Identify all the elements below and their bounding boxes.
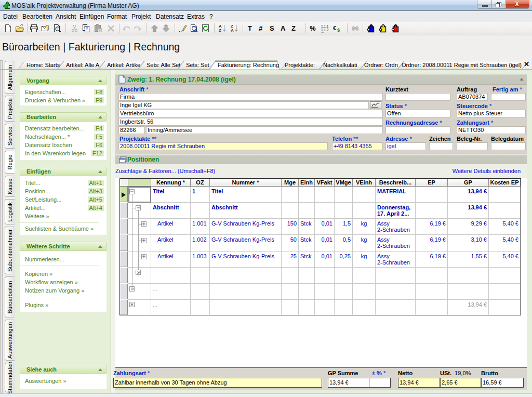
svg-text:$: $ [337, 28, 340, 33]
svg-text:Z: Z [219, 28, 221, 33]
svg-text:A: A [231, 28, 234, 33]
svg-text:1.1.2: 1.1.2 [321, 28, 329, 32]
svg-text:€: € [333, 25, 336, 31]
svg-text:1.1.1: 1.1.1 [321, 24, 329, 28]
